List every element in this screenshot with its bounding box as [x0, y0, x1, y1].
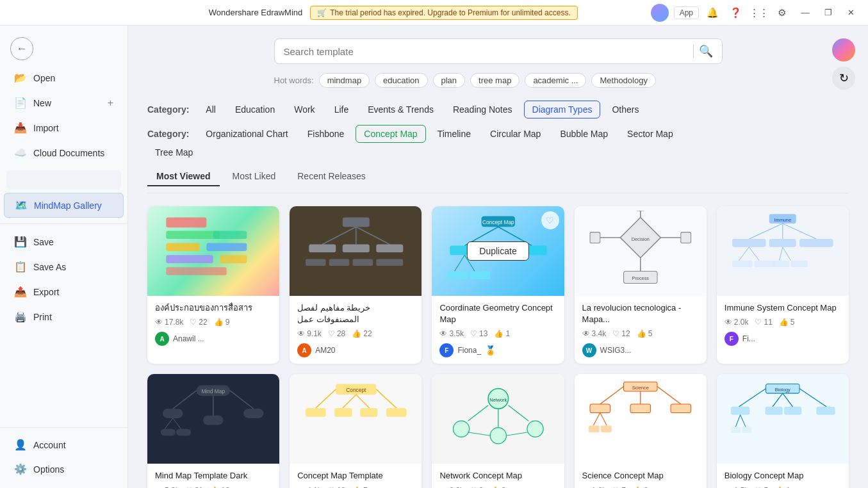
- trial-badge[interactable]: 🛒 The trial period has expired. Upgrade …: [310, 6, 578, 20]
- svg-line-92: [657, 387, 681, 404]
- card-1[interactable]: องค์ประกอบของการสื่อสาร 👁17.8k ♡22 👍9 A …: [147, 206, 279, 364]
- maximize-button[interactable]: ❐: [819, 4, 837, 22]
- svg-rect-0: [167, 218, 207, 228]
- hot-word-methodology[interactable]: Methodology: [591, 73, 655, 88]
- sidebar-item-new[interactable]: 📄 New +: [4, 91, 124, 115]
- cat-education[interactable]: Education: [227, 101, 283, 118]
- card-likes-6: ♡31: [186, 486, 203, 488]
- cat-reading[interactable]: Reading Notes: [445, 101, 520, 118]
- svg-line-42: [749, 224, 783, 239]
- tab-most-viewed[interactable]: Most Viewed: [147, 167, 220, 186]
- author-name-1: Anawil ...: [173, 334, 204, 343]
- svg-rect-93: [590, 404, 610, 413]
- cat-timeline[interactable]: Timeline: [430, 126, 479, 142]
- cat-bubble[interactable]: Bubble Map: [552, 126, 616, 142]
- settings-icon[interactable]: ⚙: [773, 4, 791, 22]
- cat-circular[interactable]: Circular Map: [482, 126, 548, 142]
- card-8[interactable]: Network Network Concept Map 👁2.8k: [432, 374, 564, 488]
- hot-word-treemap[interactable]: tree map: [470, 73, 520, 88]
- author-avatar-3: F: [439, 343, 454, 357]
- svg-rect-94: [630, 404, 651, 413]
- sidebar-label-account: Account: [33, 440, 66, 450]
- search-input[interactable]: [284, 46, 688, 57]
- app-button[interactable]: App: [674, 6, 699, 19]
- back-button[interactable]: ←: [0, 32, 127, 65]
- card-4[interactable]: Decision Process La revolucion tecnologi…: [575, 206, 707, 364]
- cat-sector[interactable]: Sector Map: [619, 126, 681, 142]
- card-10[interactable]: Biology: [717, 374, 849, 488]
- cat-all[interactable]: All: [198, 101, 224, 118]
- card-thumb-5: Immune: [717, 206, 849, 296]
- card-body-5: Immune System Concept Map 👁2.0k ♡11 👍5 F…: [717, 296, 849, 352]
- svg-rect-16: [329, 259, 349, 266]
- author-avatar-2: A: [297, 343, 311, 357]
- svg-rect-15: [306, 259, 326, 266]
- sidebar-label-new: New: [33, 98, 51, 108]
- eye-icon-1: 👁: [155, 318, 163, 327]
- sidebar-item-save[interactable]: 💾 Save: [4, 230, 124, 254]
- sidebar-item-saveas[interactable]: 📋 Save As: [4, 255, 124, 279]
- card-heart-3[interactable]: ♡: [541, 211, 559, 229]
- card-title-5: Immune System Concept Map: [725, 302, 841, 314]
- card-7[interactable]: Concept Concept Map Template 👁4.1: [290, 374, 422, 488]
- card-3[interactable]: ♡ Concept Map Duplicate: [432, 206, 564, 364]
- sidebar-item-export[interactable]: 📤 Export: [4, 280, 124, 304]
- cat-tree[interactable]: Tree Map: [147, 144, 201, 161]
- card-6[interactable]: Mind Map Mind Map Template Dark: [147, 374, 279, 488]
- user-avatar[interactable]: [651, 4, 669, 22]
- sidebar-label-export: Export: [33, 287, 59, 297]
- sidebar-item-gallery[interactable]: 🗺️ MindMap Gallery: [4, 193, 124, 218]
- svg-text:Network: Network: [489, 397, 507, 403]
- duplicate-button[interactable]: Duplicate: [467, 241, 528, 261]
- card-thumb-10: Biology: [717, 374, 849, 464]
- card-5[interactable]: Immune: [717, 206, 849, 364]
- cat-concept[interactable]: Concept Map: [356, 125, 425, 143]
- card-shares-7: 👍7: [352, 486, 368, 488]
- notification-icon[interactable]: 🔔: [704, 4, 722, 22]
- hot-word-mindmap[interactable]: mindmap: [319, 73, 370, 88]
- svg-line-85: [508, 405, 528, 421]
- card-9[interactable]: Science Science Concept Map: [575, 374, 707, 488]
- tab-recent[interactable]: Recent Releases: [288, 167, 375, 186]
- sidebar-item-open[interactable]: 📂 Open: [4, 66, 124, 90]
- sidebar-item-print[interactable]: 🖨️ Print: [4, 305, 124, 329]
- share-icon-6: 👍: [209, 486, 219, 488]
- sidebar-item-cloud[interactable]: ☁️ Cloud Documents: [4, 141, 124, 165]
- cat-diagram[interactable]: Diagram Types: [524, 101, 601, 118]
- tab-most-liked[interactable]: Most Liked: [224, 167, 285, 186]
- cat-events[interactable]: Events & Trends: [360, 101, 441, 118]
- cat-life[interactable]: Life: [327, 101, 357, 118]
- cat-others[interactable]: Others: [604, 101, 646, 118]
- cat-org[interactable]: Organizational Chart: [198, 126, 295, 142]
- hot-word-education[interactable]: education: [375, 73, 427, 88]
- card-thumb-9: Science: [575, 374, 707, 464]
- card-2[interactable]: خريطة مفاهيم لفصل المصنفوفات عمل 👁9.1k ♡…: [290, 206, 422, 364]
- svg-rect-106: [731, 407, 749, 415]
- hot-word-plan[interactable]: plan: [433, 73, 466, 88]
- sidebar-item-options[interactable]: ⚙️ Options: [4, 457, 124, 481]
- cat-fish[interactable]: Fishbone: [300, 126, 352, 142]
- sidebar-item-import[interactable]: 📥 Import: [4, 116, 124, 140]
- cat-work[interactable]: Work: [286, 101, 322, 118]
- sidebar-item-account[interactable]: 👤 Account: [4, 433, 124, 457]
- help-icon[interactable]: ❓: [727, 4, 745, 22]
- share-icon-4: 👍: [637, 329, 646, 338]
- verified-badge-3: 🏅: [485, 345, 496, 355]
- share-icon-1: 👍: [214, 318, 224, 327]
- back-circle-icon[interactable]: ←: [10, 37, 33, 60]
- svg-rect-67: [176, 429, 191, 436]
- hot-word-academic[interactable]: academic ...: [525, 73, 586, 88]
- svg-line-104: [783, 393, 793, 407]
- svg-rect-77: [360, 409, 377, 418]
- card-stats-9: 👁1.9k ♡7 👍2: [582, 486, 699, 488]
- heart-icon-5: ♡: [755, 318, 762, 327]
- card-body-9: Science Concept Map 👁1.9k ♡7 👍2 U User9: [575, 464, 707, 488]
- close-button[interactable]: ✕: [842, 4, 860, 22]
- grid-icon[interactable]: ⋮⋮: [750, 4, 768, 22]
- share-icon-7: 👍: [352, 486, 361, 488]
- svg-rect-108: [784, 407, 801, 415]
- search-icon[interactable]: 🔍: [699, 44, 713, 58]
- refresh-icon[interactable]: ↻: [832, 67, 855, 90]
- profile-avatar[interactable]: [832, 38, 855, 61]
- minimize-button[interactable]: —: [796, 4, 814, 22]
